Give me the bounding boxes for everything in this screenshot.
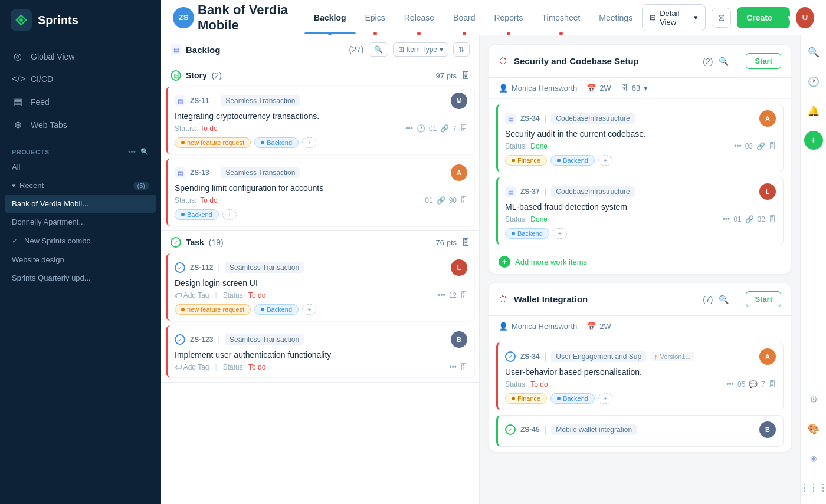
tag-dot xyxy=(261,308,264,311)
right-theme-icon[interactable]: 🎨 xyxy=(804,419,823,438)
sidebar-item-feed[interactable]: ▤ Feed xyxy=(0,90,161,113)
right-settings-icon[interactable]: ⚙ xyxy=(804,390,823,409)
more-icon[interactable]: ••• xyxy=(449,363,457,371)
tab-dot-backlog xyxy=(328,32,332,35)
tag-backend[interactable]: Backend xyxy=(550,155,595,166)
task-title: Security audit in the current codebase. xyxy=(505,129,776,139)
tag-backend[interactable]: Backend xyxy=(550,393,595,404)
sidebar-item-bank-of-verdia[interactable]: Bank of Verdia Mobil... xyxy=(5,195,156,213)
task-section-header: ✓ Task (19) 76 pts 🗄 xyxy=(161,231,479,253)
search-button[interactable]: 🔍 xyxy=(369,42,388,57)
sidebar-item-all[interactable]: All xyxy=(0,158,161,176)
sort-button[interactable]: ⇅ xyxy=(453,42,470,57)
sprint-start-button[interactable]: Start xyxy=(746,53,781,69)
right-bell-icon[interactable]: 🔔 xyxy=(804,101,823,120)
more-icon[interactable]: ••• xyxy=(723,215,730,223)
right-clock-icon[interactable]: 🕐 xyxy=(804,72,823,91)
task-card-header: ✓ ZS-112 | Seamless Transaction L xyxy=(175,259,467,276)
more-icon[interactable]: ••• xyxy=(438,291,445,299)
tag-finance[interactable]: Finance xyxy=(505,155,547,166)
db-icon: 🗄 xyxy=(460,124,467,133)
task-epic: Seamless Transaction xyxy=(221,95,300,106)
task-type-icon: ✓ xyxy=(505,351,516,362)
sprint-search-icon[interactable]: 🔍 xyxy=(719,295,729,304)
task-id: ZS-34 xyxy=(520,353,540,361)
tab-epics[interactable]: Epics xyxy=(356,8,395,27)
tag-backend[interactable]: Backend xyxy=(254,137,299,148)
sidebar-item-sprints-quarterly[interactable]: Sprints Quarterly upd... xyxy=(0,269,161,287)
create-button[interactable]: Create ▾ xyxy=(737,7,790,28)
task-avatar: A xyxy=(451,164,467,181)
link-icon: 🔗 xyxy=(745,215,754,223)
task-id: ZS-123 xyxy=(190,335,213,344)
detail-view-button[interactable]: ⊞ Detail View ▾ xyxy=(642,4,706,31)
add-tag-button[interactable]: + xyxy=(302,304,316,315)
projects-more-icon[interactable]: ••• xyxy=(128,148,136,156)
web-tabs-icon: ⊕ xyxy=(12,119,24,130)
add-tag-button[interactable]: + xyxy=(553,228,567,239)
task-tags: Backend + xyxy=(505,228,776,239)
tag-backend[interactable]: Backend xyxy=(254,304,299,315)
tab-reports[interactable]: Reports xyxy=(484,8,532,27)
tab-board[interactable]: Board xyxy=(444,8,484,27)
status-label: Status: xyxy=(175,196,196,205)
item-type-button[interactable]: ⊞ Item Type ▾ xyxy=(393,42,448,57)
sidebar-item-new-sprints[interactable]: ✓ New Sprints combo xyxy=(0,231,161,251)
chevron-down-icon: ▾ xyxy=(694,13,698,22)
task-card-header: ▤ ZS-11 | Seamless Transaction M xyxy=(175,93,467,109)
right-grid-icon[interactable]: ⋮⋮⋮ xyxy=(804,478,823,497)
tag-backend[interactable]: Backend xyxy=(505,228,549,239)
tag-dot xyxy=(181,308,185,311)
tag-backend[interactable]: Backend xyxy=(175,209,219,220)
tab-release[interactable]: Release xyxy=(395,8,444,27)
task-tags: new feature request Backend + xyxy=(175,137,467,148)
sidebar-item-ci-cd[interactable]: </> CI/CD xyxy=(0,68,161,90)
backlog-panel-actions: 🔍 ⊞ Item Type ▾ ⇅ xyxy=(369,42,470,57)
add-tag-label[interactable]: 🏷 Add Tag xyxy=(175,291,209,299)
add-tag-button[interactable]: + xyxy=(222,209,237,220)
sidebar-recent-toggle[interactable]: ▾ Recent (5) xyxy=(0,176,161,195)
sprint-count: (7) xyxy=(703,295,713,304)
create-button-label: Create xyxy=(737,8,782,27)
backlog-count: (27) xyxy=(349,45,364,54)
tag-feature[interactable]: new feature request xyxy=(175,304,251,315)
user-avatar[interactable]: U xyxy=(796,7,814,28)
projects-search-icon[interactable]: 🔍 xyxy=(140,148,149,156)
add-tag-button[interactable]: + xyxy=(598,393,612,404)
tag-feature[interactable]: new feature request xyxy=(175,137,251,148)
add-tag-label[interactable]: 🏷 Add Tag xyxy=(175,363,209,371)
sprint-start-button[interactable]: Start xyxy=(746,291,781,307)
more-icon[interactable]: ••• xyxy=(734,142,742,150)
status-badge: To do xyxy=(248,291,266,299)
sidebar-item-website-design[interactable]: Website design xyxy=(0,251,161,269)
more-icon[interactable]: ••• xyxy=(405,124,413,133)
right-integration-icon[interactable]: ◈ xyxy=(804,449,823,467)
calendar-icon: 📅 xyxy=(586,322,596,331)
sprint-assignee: 👤 Monica Hemsworth xyxy=(499,322,577,331)
tab-backlog[interactable]: Backlog xyxy=(304,8,355,27)
right-add-icon[interactable]: + xyxy=(804,131,823,150)
right-search-icon[interactable]: 🔍 xyxy=(804,42,823,61)
more-icon[interactable]: ••• xyxy=(726,380,734,388)
sidebar-item-web-tabs[interactable]: ⊕ Web Tabs xyxy=(0,113,161,136)
add-tag-button[interactable]: + xyxy=(598,155,612,166)
tab-meetings[interactable]: Meetings xyxy=(589,8,642,27)
sidebar-item-donnelly[interactable]: Donnelly Apartment... xyxy=(0,213,161,231)
add-more-items-button[interactable]: + Add more work items xyxy=(489,250,791,274)
tag-dot xyxy=(261,141,264,144)
backlog-title: Backlog xyxy=(186,45,345,55)
db-icon: 🗄 xyxy=(769,380,776,388)
backlog-scroll: ▤ Story (2) 97 pts 🗄 ▤ xyxy=(161,64,479,504)
add-tag-button[interactable]: + xyxy=(302,137,316,148)
tab-timesheet[interactable]: Timesheet xyxy=(533,8,590,27)
sidebar-item-global-view[interactable]: ◎ Global View xyxy=(0,45,161,68)
sprint-timer-icon: ⏱ xyxy=(499,56,508,67)
filter-button[interactable]: ⧖ xyxy=(712,8,731,28)
status-badge: To do xyxy=(248,363,266,371)
tag-finance[interactable]: Finance xyxy=(505,393,547,404)
sidebar: Sprints ◎ Global View </> CI/CD ▤ Feed ⊕… xyxy=(0,0,161,504)
sprint-search-icon[interactable]: 🔍 xyxy=(719,57,729,66)
task-footer: Status: To do ••• 🕐 01 🔗 7 🗄 xyxy=(175,124,467,133)
task-title: Spending limit configuration for account… xyxy=(175,183,467,193)
task-type-icon: ✓ xyxy=(175,334,185,345)
